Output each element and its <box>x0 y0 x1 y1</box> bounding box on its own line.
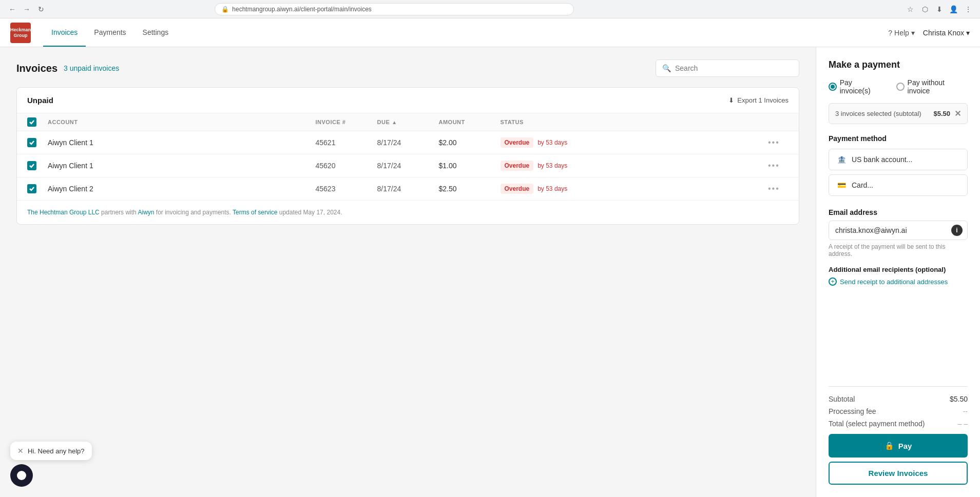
nav-tab-invoices[interactable]: Invoices <box>43 18 86 47</box>
lock-icon: 🔒 <box>885 441 894 450</box>
row-1-actions-menu[interactable]: ••• <box>768 138 789 147</box>
row-2-amount: $1.00 <box>439 162 501 170</box>
pay-without-invoice-radio[interactable] <box>896 83 905 91</box>
hechtman-link[interactable]: The Hechtman Group LLC <box>27 209 100 216</box>
card-label: Card... <box>852 181 873 189</box>
row-2-overdue-days: by 53 days <box>537 162 567 169</box>
row-1-invoice: 45621 <box>316 138 377 147</box>
table-row: Aiwyn Client 2 45623 8/17/24 $2.50 Overd… <box>17 177 799 201</box>
additional-recipients-label: Additional email recipients (optional) <box>829 266 968 273</box>
lock-icon: 🔒 <box>221 6 229 13</box>
extensions-icon[interactable]: ⬡ <box>919 4 931 15</box>
section-header: Unpaid ⬇ Export 1 Invoices <box>17 88 799 113</box>
total-label: Total (select payment method) <box>829 420 925 428</box>
profile-icon[interactable]: 👤 <box>948 4 959 15</box>
clear-selection-button[interactable]: ✕ <box>954 109 961 118</box>
review-invoices-button[interactable]: Review Invoices <box>829 462 968 485</box>
payment-summary: Subtotal $5.50 Processing fee -- Total (… <box>829 386 968 485</box>
chat-bubble: ✕ Hi. Need any help? <box>10 442 92 460</box>
browser-toolbar: ☆ ⬡ ⬇ 👤 ⋮ <box>905 4 974 15</box>
browser-nav-buttons: ← → ↻ <box>6 3 47 15</box>
download-icon[interactable]: ⬇ <box>934 4 945 15</box>
payment-method-label: Payment method <box>829 134 968 143</box>
row-1-checkbox[interactable] <box>27 138 36 147</box>
row-3-invoice: 45623 <box>316 185 377 193</box>
table-row: Aiwyn Client 1 45621 8/17/24 $2.00 Overd… <box>17 131 799 154</box>
row-1-due: 8/17/24 <box>377 138 439 147</box>
nav-tab-settings[interactable]: Settings <box>134 18 177 47</box>
total-row: Total (select payment method) – – <box>829 420 968 428</box>
export-label: Export 1 Invoices <box>737 96 789 104</box>
row-3-amount: $2.50 <box>439 185 501 193</box>
col-header-status: Status <box>501 117 768 127</box>
main-layout: Invoices 3 unpaid invoices 🔍 Unpaid ⬇ Ex… <box>0 47 980 497</box>
help-chevron-icon: ▾ <box>911 29 915 37</box>
bank-icon: 🏦 <box>836 155 847 164</box>
payment-options: Pay invoice(s) Pay without invoice <box>829 78 968 95</box>
page-title-row: Invoices 3 unpaid invoices <box>16 63 119 74</box>
subtotal-value: $5.50 <box>950 395 968 403</box>
search-input[interactable] <box>675 64 793 72</box>
content-area: Invoices 3 unpaid invoices 🔍 Unpaid ⬇ Ex… <box>0 47 816 497</box>
refresh-button[interactable]: ↻ <box>35 3 47 15</box>
help-button[interactable]: ? Help ▾ <box>888 29 915 37</box>
address-bar[interactable]: 🔒 hechtmangroup.aiwyn.ai/client-portal/m… <box>215 3 574 15</box>
select-all-checkbox[interactable] <box>27 117 36 127</box>
email-label: Email address <box>829 208 968 216</box>
selected-invoices-amount: $5.50 ✕ <box>933 109 961 118</box>
pay-invoices-option[interactable]: Pay invoice(s) <box>829 78 884 95</box>
back-button[interactable]: ← <box>6 3 18 15</box>
row-3-account: Aiwyn Client 2 <box>48 185 316 193</box>
receipt-note: A receipt of the payment will be sent to… <box>829 243 968 257</box>
pay-button[interactable]: 🔒 Pay <box>829 434 968 458</box>
sort-icon[interactable]: ▲ <box>392 120 397 125</box>
unpaid-badge: 3 unpaid invoices <box>64 64 119 72</box>
processing-fee-value: -- <box>963 407 968 415</box>
row-3-due: 8/17/24 <box>377 185 439 193</box>
footer-note: The Hechtman Group LLC partners with Aiw… <box>17 201 799 224</box>
row-3-checkbox[interactable] <box>27 184 36 193</box>
row-1-account: Aiwyn Client 1 <box>48 138 316 147</box>
download-icon: ⬇ <box>728 96 734 104</box>
page-title: Invoices <box>16 63 57 74</box>
menu-icon[interactable]: ⋮ <box>963 4 974 15</box>
pay-without-invoice-label: Pay without invoice <box>908 78 968 95</box>
bank-account-option[interactable]: 🏦 US bank account... <box>829 149 968 170</box>
chat-open-button[interactable] <box>10 464 33 487</box>
export-button[interactable]: ⬇ Export 1 Invoices <box>728 96 789 104</box>
row-2-account: Aiwyn Client 1 <box>48 162 316 170</box>
row-3-actions-menu[interactable]: ••• <box>768 184 789 193</box>
user-menu-button[interactable]: Christa Knox ▾ <box>923 29 970 37</box>
pay-invoices-radio[interactable] <box>829 83 837 91</box>
selected-invoices-label: 3 invoices selected (subtotal) <box>835 110 921 117</box>
search-bar[interactable]: 🔍 <box>656 59 799 77</box>
help-icon: ? <box>888 29 892 37</box>
col-header-account: Account <box>48 117 316 127</box>
tos-link[interactable]: Terms of service <box>233 209 277 216</box>
row-2-actions-menu[interactable]: ••• <box>768 161 789 170</box>
chat-message: Hi. Need any help? <box>28 447 85 455</box>
subtotal-row: Subtotal $5.50 <box>829 395 968 403</box>
chat-close-button[interactable]: ✕ <box>17 447 24 455</box>
table-header: Account Invoice # Due ▲ Amount Status <box>17 113 799 131</box>
main-nav: Invoices Payments Settings <box>43 18 177 47</box>
payment-panel: Make a payment Pay invoice(s) Pay withou… <box>816 47 980 497</box>
card-icon: 💳 <box>836 181 847 189</box>
processing-fee-row: Processing fee -- <box>829 407 968 415</box>
card-option[interactable]: 💳 Card... <box>829 174 968 196</box>
col-header-invoice: Invoice # <box>316 117 377 127</box>
email-input[interactable] <box>829 221 968 240</box>
row-2-status: Overdue by 53 days <box>501 161 768 171</box>
add-recipients-button[interactable]: + Send receipt to additional addresses <box>829 277 968 286</box>
row-2-checkbox[interactable] <box>27 161 36 170</box>
pay-without-invoice-option[interactable]: Pay without invoice <box>896 78 968 95</box>
forward-button[interactable]: → <box>21 3 33 15</box>
subtotal-label: Subtotal <box>829 395 855 403</box>
row-3-status: Overdue by 53 days <box>501 184 768 194</box>
star-icon[interactable]: ☆ <box>905 4 916 15</box>
row-3-overdue-days: by 53 days <box>537 185 567 192</box>
row-2-invoice: 45620 <box>316 162 377 170</box>
email-info-icon[interactable]: i <box>951 225 963 236</box>
nav-tab-payments[interactable]: Payments <box>86 18 134 47</box>
aiwyn-link[interactable]: Aiwyn <box>138 209 154 216</box>
